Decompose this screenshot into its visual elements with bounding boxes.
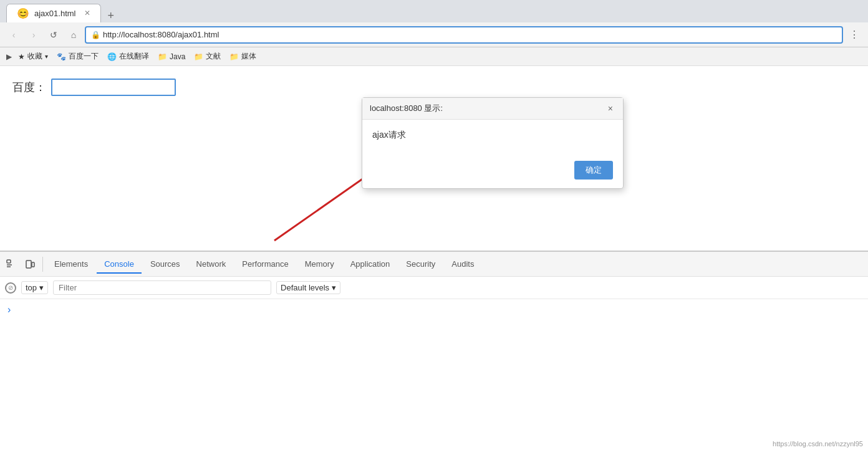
tab-close-icon[interactable]: ✕ bbox=[84, 9, 90, 17]
bookmark-media[interactable]: 📁 媒体 bbox=[227, 50, 259, 63]
bookmark-media-label: 媒体 bbox=[241, 51, 256, 62]
nav-bar: ‹ › ↺ ⌂ 🔒 ⋮ bbox=[0, 22, 868, 47]
browser-window: 😊 ajax01.html ✕ + ‹ › ↺ ⌂ 🔒 ⋮ ▶ ★ 收藏 ▾ 🐾… bbox=[0, 0, 868, 450]
bookmark-translate-label: 在线翻译 bbox=[119, 51, 149, 62]
bookmark-docs-label: 文献 bbox=[206, 51, 221, 62]
context-select[interactable]: top ▾ bbox=[21, 281, 48, 294]
devtools-toolbar: Elements Console Sources Network Perform… bbox=[0, 252, 868, 277]
tab-memory[interactable]: Memory bbox=[297, 256, 342, 274]
tab-console[interactable]: Console bbox=[97, 256, 142, 274]
alert-message: ajax请求 bbox=[372, 130, 613, 141]
tab-security[interactable]: Security bbox=[398, 256, 443, 274]
alert-header: localhost:8080 显示: × bbox=[362, 98, 623, 120]
console-prompt[interactable]: › bbox=[7, 304, 11, 315]
bookmark-translate[interactable]: 🌐 在线翻译 bbox=[105, 50, 152, 63]
star-icon: ★ bbox=[18, 52, 25, 61]
devtools-panel: Elements Console Sources Network Perform… bbox=[0, 251, 868, 450]
folder-media-icon: 📁 bbox=[229, 52, 239, 61]
context-value: top bbox=[26, 283, 37, 292]
search-input[interactable] bbox=[51, 79, 176, 96]
paw-icon: 🐾 bbox=[57, 52, 66, 61]
bookmark-java-label: Java bbox=[170, 52, 185, 61]
bookmarks-bar: ▶ ★ 收藏 ▾ 🐾 百度一下 🌐 在线翻译 📁 Java 📁 文献 📁 媒体 bbox=[0, 47, 868, 66]
svg-rect-5 bbox=[26, 261, 31, 268]
alert-footer: 确定 bbox=[362, 161, 623, 188]
bookmark-baidu[interactable]: 🐾 百度一下 bbox=[54, 50, 101, 63]
address-bar-container: 🔒 bbox=[85, 26, 843, 44]
tab-favicon: 😊 bbox=[17, 7, 29, 19]
folder-docs-icon: 📁 bbox=[194, 52, 203, 61]
translate-icon: 🌐 bbox=[107, 52, 117, 61]
svg-rect-6 bbox=[32, 262, 34, 267]
bookmark-java[interactable]: 📁 Java bbox=[155, 51, 188, 62]
levels-select[interactable]: Default levels ▾ bbox=[276, 281, 340, 294]
tab-application[interactable]: Application bbox=[343, 256, 398, 274]
alert-dialog: localhost:8080 显示: × ajax请求 确定 bbox=[362, 97, 624, 189]
home-button[interactable]: ⌂ bbox=[65, 26, 82, 44]
context-dropdown-icon: ▾ bbox=[39, 283, 44, 292]
levels-value: Default levels bbox=[281, 283, 329, 292]
bookmark-collection[interactable]: ★ 收藏 ▾ bbox=[16, 50, 51, 63]
watermark: https://blog.csdn.net/nzzynl95 bbox=[773, 440, 863, 448]
block-symbol: ⊘ bbox=[8, 284, 13, 291]
baidu-label-text: 百度： bbox=[12, 80, 46, 95]
active-tab[interactable]: 😊 ajax01.html ✕ bbox=[6, 4, 101, 22]
devtools-console-body: › bbox=[0, 299, 868, 450]
bookmark-docs[interactable]: 📁 文献 bbox=[191, 50, 223, 63]
tab-audits[interactable]: Audits bbox=[444, 256, 481, 274]
alert-title: localhost:8080 显示: bbox=[370, 103, 443, 114]
block-icon[interactable]: ⊘ bbox=[5, 282, 16, 294]
device-toolbar-button[interactable] bbox=[21, 256, 39, 273]
toolbar-separator bbox=[42, 257, 43, 272]
reload-button[interactable]: ↺ bbox=[45, 26, 62, 44]
devtools-console-bar: ⊘ top ▾ Default levels ▾ bbox=[0, 277, 868, 299]
back-button[interactable]: ‹ bbox=[5, 26, 22, 44]
menu-button[interactable]: ⋮ bbox=[846, 26, 863, 44]
console-filter-input[interactable] bbox=[53, 280, 271, 295]
bookmark-label: 收藏 bbox=[27, 51, 42, 62]
tab-sources[interactable]: Sources bbox=[143, 256, 188, 274]
alert-close-button[interactable]: × bbox=[605, 103, 615, 113]
tab-network[interactable]: Network bbox=[189, 256, 234, 274]
svg-rect-2 bbox=[7, 260, 11, 263]
tab-elements[interactable]: Elements bbox=[47, 256, 95, 274]
levels-dropdown-icon: ▾ bbox=[332, 283, 336, 292]
address-input[interactable] bbox=[103, 30, 837, 39]
forward-button[interactable]: › bbox=[25, 26, 42, 44]
inspect-element-button[interactable] bbox=[2, 256, 20, 273]
alert-body: ajax请求 bbox=[362, 120, 623, 161]
folder-java-icon: 📁 bbox=[158, 52, 167, 61]
tab-bar: 😊 ajax01.html ✕ + bbox=[0, 0, 868, 22]
chevron-icon: ▾ bbox=[45, 53, 48, 60]
page-content: 百度： localhost:8080 显示: × ajax请求 bbox=[0, 66, 868, 251]
bookmark-baidu-label: 百度一下 bbox=[69, 51, 99, 62]
bookmarks-toggle[interactable]: ▶ bbox=[6, 52, 12, 61]
new-tab-btn[interactable]: + bbox=[104, 9, 118, 22]
security-icon: 🔒 bbox=[91, 31, 100, 39]
tab-performance[interactable]: Performance bbox=[234, 256, 296, 274]
alert-ok-button[interactable]: 确定 bbox=[574, 161, 613, 180]
tab-title: ajax01.html bbox=[34, 9, 75, 18]
